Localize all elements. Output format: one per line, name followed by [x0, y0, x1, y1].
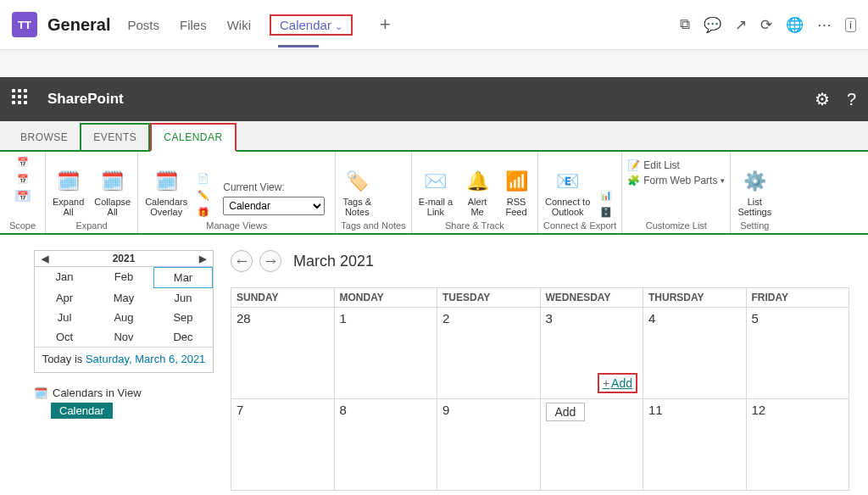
day-number: 5 — [752, 311, 759, 325]
list-settings-button[interactable]: ⚙️ List Settings — [736, 166, 773, 219]
connect-outlook-button[interactable]: 📧 Connect to Outlook — [543, 166, 592, 219]
day-cell[interactable]: Add — [540, 399, 643, 491]
prev-month-button[interactable]: 🡐 — [231, 250, 253, 272]
month-cell-oct[interactable]: Oct — [35, 327, 94, 347]
month-cell-aug[interactable]: Aug — [94, 308, 153, 327]
ribbon-group-share-label: Share & Track — [417, 219, 532, 231]
day-cell[interactable]: 9 — [437, 399, 541, 491]
calendars-overlay-button[interactable]: 🗓️ Calendars Overlay — [143, 166, 189, 219]
ribbon-group-manage-views-label: Manage Views — [143, 219, 330, 231]
calendars-overlay-icon: 🗓️ — [152, 168, 181, 195]
help-icon[interactable]: ? — [847, 90, 856, 109]
day-cell[interactable]: 1 — [334, 308, 437, 399]
export-mini-buttons: 📊 🗄️ — [598, 188, 614, 219]
open-access-icon[interactable]: 🗄️ — [598, 206, 614, 218]
next-month-button[interactable]: 🡒 — [259, 250, 281, 272]
open-app-icon[interactable]: ⧉ — [680, 16, 690, 33]
day-cell[interactable]: 8 — [334, 399, 437, 491]
month-cell-jul[interactable]: Jul — [35, 308, 94, 327]
ribbon-tabs-row: BROWSE EVENTS CALENDAR — [0, 121, 868, 152]
create-view-icon[interactable]: 📄 — [196, 172, 211, 184]
prev-year-button[interactable]: ◀ — [42, 253, 48, 264]
sharepoint-actions: ⚙ ? — [815, 89, 856, 109]
add-event-chip[interactable]: Add — [546, 403, 586, 421]
collapse-all-button[interactable]: 🗓️ Collapse All — [92, 166, 132, 219]
tags-notes-button[interactable]: 🏷️ Tags & Notes — [341, 166, 373, 219]
month-cell-feb[interactable]: Feb — [94, 267, 153, 288]
month-cell-mar[interactable]: Mar — [153, 267, 213, 288]
month-cell-jan[interactable]: Jan — [35, 267, 94, 288]
tags-notes-icon: 🏷️ — [342, 168, 371, 195]
day-cell[interactable]: 7 — [231, 399, 335, 491]
expand-all-label: Expand All — [53, 197, 84, 217]
email-link-button[interactable]: ✉️ E-mail a Link — [417, 166, 454, 219]
month-year-picker: ◀ 2021 ▶ JanFebMarAprMayJunJulAugSepOctN… — [34, 250, 214, 373]
day-header: FRIDAY — [746, 288, 849, 308]
tab-calendar[interactable]: Calendar⌄ — [270, 14, 353, 36]
globe-icon[interactable]: 🌐 — [786, 16, 804, 34]
ribbon-tab-events[interactable]: EVENTS — [80, 123, 150, 150]
modify-view-icon[interactable]: ✏️ — [196, 189, 211, 201]
current-view-select[interactable]: Calendar — [223, 197, 325, 215]
rss-feed-button[interactable]: 📶 RSS Feed — [500, 166, 532, 219]
scope-day-icon[interactable]: 📅 — [15, 156, 31, 168]
day-cell[interactable]: 11 — [643, 399, 747, 491]
plus-icon: + — [603, 376, 609, 390]
day-cell[interactable]: 28 — [231, 308, 335, 399]
day-number: 4 — [648, 311, 655, 325]
month-cell-nov[interactable]: Nov — [94, 327, 153, 347]
scope-week-icon[interactable]: 📅 — [15, 173, 31, 185]
month-cell-apr[interactable]: Apr — [35, 288, 94, 308]
team-avatar[interactable]: TT — [12, 12, 37, 37]
ribbon-tab-calendar[interactable]: CALENDAR — [150, 123, 236, 152]
popout-icon[interactable]: ↗ — [735, 16, 747, 34]
day-number: 28 — [236, 311, 251, 325]
calendar-overlay-item[interactable]: Calendar — [51, 403, 113, 419]
ribbon-group-scope: 📅 📅 📅 Scope — [0, 152, 46, 233]
today-line: Today is Saturday, March 6, 2021 — [35, 347, 213, 372]
create-column-icon[interactable]: 🎁 — [196, 206, 211, 218]
month-cell-dec[interactable]: Dec — [153, 327, 213, 347]
channel-name: General — [47, 15, 110, 35]
tab-files[interactable]: Files — [178, 13, 209, 37]
month-cell-jun[interactable]: Jun — [153, 288, 213, 308]
bell-icon: 🔔 — [463, 168, 492, 195]
edit-list-button[interactable]: 📝Edit List — [627, 159, 680, 172]
content-area: ◀ 2021 ▶ JanFebMarAprMayJunJulAugSepOctN… — [0, 235, 868, 495]
next-year-button[interactable]: ▶ — [199, 253, 206, 264]
teams-tabs: Posts Files Wiki Calendar⌄ + — [125, 13, 390, 37]
refresh-icon[interactable]: ⟳ — [760, 16, 772, 34]
calendars-in-view-icon: 🗓️ — [34, 387, 47, 399]
chevron-down-icon: ▾ — [721, 176, 725, 185]
tab-posts[interactable]: Posts — [125, 13, 161, 37]
month-cell-may[interactable]: May — [94, 288, 153, 308]
add-event-link[interactable]: +Add — [598, 373, 637, 393]
export-excel-icon[interactable]: 📊 — [598, 189, 614, 201]
today-link[interactable]: Saturday, March 6, 2021 — [86, 353, 205, 365]
day-cell[interactable]: 5 — [746, 308, 849, 399]
chevron-down-icon: ⌄ — [335, 21, 342, 31]
more-icon[interactable]: ⋯ — [817, 16, 832, 34]
scope-month-icon[interactable]: 📅 — [15, 190, 31, 202]
alert-me-button[interactable]: 🔔 Alert Me — [461, 166, 493, 219]
form-web-parts-button[interactable]: 🧩Form Web Parts▾ — [627, 174, 725, 187]
add-tab-button[interactable]: + — [380, 14, 391, 36]
calendars-in-view-label: Calendars in View — [53, 387, 142, 399]
edit-list-label: Edit List — [643, 159, 680, 171]
expand-all-button[interactable]: 🗓️ Expand All — [51, 166, 86, 219]
chat-icon[interactable]: 💬 — [704, 16, 721, 34]
day-cell[interactable]: 3+Add — [540, 308, 643, 399]
app-launcher-icon[interactable] — [12, 89, 32, 109]
ribbon-group-connect-label: Connect & Export — [543, 219, 616, 231]
form-web-parts-label: Form Web Parts — [643, 175, 717, 186]
day-cell[interactable]: 2 — [437, 308, 541, 399]
ribbon-tab-browse[interactable]: BROWSE — [8, 125, 80, 150]
day-header: TUESDAY — [437, 288, 541, 308]
calendar-grid: SUNDAYMONDAYTUESDAYWEDNESDAYTHURSDAYFRID… — [231, 287, 849, 491]
tab-wiki[interactable]: Wiki — [225, 13, 253, 37]
day-cell[interactable]: 12 — [746, 399, 849, 491]
settings-gear-icon[interactable]: ⚙ — [815, 89, 830, 109]
month-cell-sep[interactable]: Sep — [153, 308, 213, 327]
day-cell[interactable]: 4 — [643, 308, 747, 399]
info-icon[interactable]: i — [845, 18, 856, 32]
